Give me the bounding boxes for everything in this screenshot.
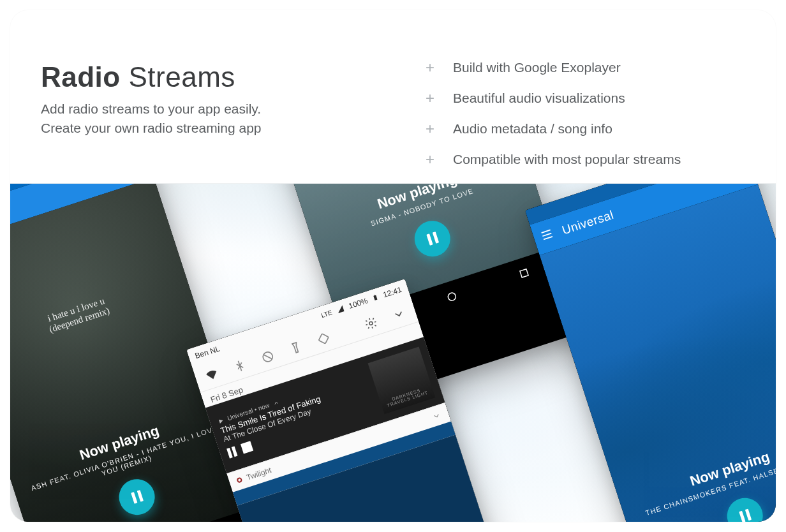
pause-icon (131, 490, 144, 504)
pause-icon (739, 509, 752, 522)
pause-button[interactable] (410, 216, 455, 262)
feature-item: + Build with Google Exoplayer (424, 52, 745, 83)
phone-mockup-4: Universal Now playing THE CHAINSMOKERS F… (525, 184, 776, 522)
status-time: 12:41 (382, 285, 403, 300)
feature-item: + Compatible with most popular streams (424, 144, 745, 175)
pause-icon (426, 232, 439, 246)
plus-icon: + (424, 120, 436, 138)
svg-rect-7 (520, 269, 528, 277)
plus-icon: + (424, 59, 436, 77)
plus-icon: + (424, 151, 436, 168)
signal-icon (336, 304, 345, 314)
flashlight-icon[interactable] (288, 340, 304, 356)
battery-label: 100% (348, 296, 369, 311)
mockup-stage: 07:00 i hate u i love u (deepend remix) … (10, 184, 776, 522)
dnd-icon[interactable] (260, 349, 276, 365)
bluetooth-off-icon[interactable] (232, 358, 248, 374)
feature-list: + Build with Google Exoplayer + Beautifu… (424, 52, 745, 175)
pause-icon[interactable] (226, 446, 237, 458)
svg-rect-8 (373, 295, 377, 300)
album-art: DARKNESS TRAVELS LIGHT (368, 346, 436, 414)
twilight-icon (236, 477, 242, 484)
svg-rect-11 (318, 334, 329, 344)
page-subtitle: Add radio streams to your app easily. Cr… (41, 100, 398, 138)
chevron-up-icon (272, 399, 280, 407)
svg-point-12 (369, 321, 373, 325)
svg-point-6 (447, 292, 457, 302)
page-title: Radio Streams (41, 61, 398, 93)
recents-icon[interactable] (517, 266, 531, 281)
feature-item: + Audio metadata / song info (424, 114, 745, 144)
header: Radio Streams Add radio streams to your … (10, 10, 776, 184)
wifi-icon[interactable] (204, 367, 220, 383)
gear-icon[interactable] (363, 315, 379, 331)
feature-item: + Beautiful audio visualizations (424, 83, 745, 114)
play-small-icon (217, 417, 225, 425)
hamburger-icon[interactable] (538, 226, 556, 246)
promo-card: Radio Streams Add radio streams to your … (10, 10, 776, 522)
stop-icon[interactable] (241, 441, 253, 454)
plus-icon: + (424, 89, 436, 107)
pause-button[interactable] (114, 475, 159, 520)
chevron-down-icon (431, 410, 443, 422)
battery-icon (371, 293, 380, 303)
pause-button[interactable] (722, 493, 767, 522)
chevron-down-icon[interactable] (391, 306, 407, 322)
home-icon[interactable] (445, 290, 459, 304)
rotate-icon[interactable] (316, 330, 332, 346)
